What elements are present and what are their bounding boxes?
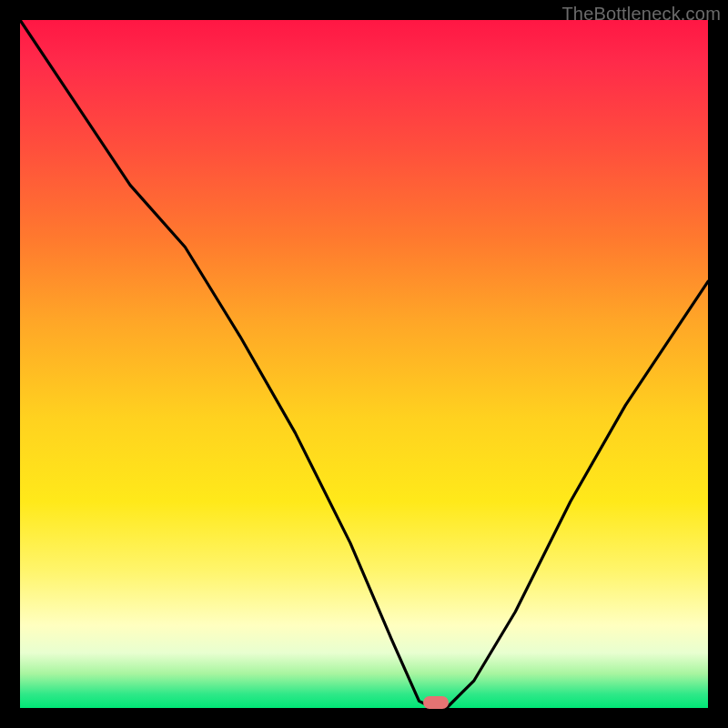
chart-frame: TheBottleneck.com (0, 0, 728, 728)
watermark-text: TheBottleneck.com (561, 4, 721, 25)
plot-area (20, 20, 708, 708)
minimum-marker (423, 696, 449, 709)
bottleneck-curve (20, 20, 708, 708)
